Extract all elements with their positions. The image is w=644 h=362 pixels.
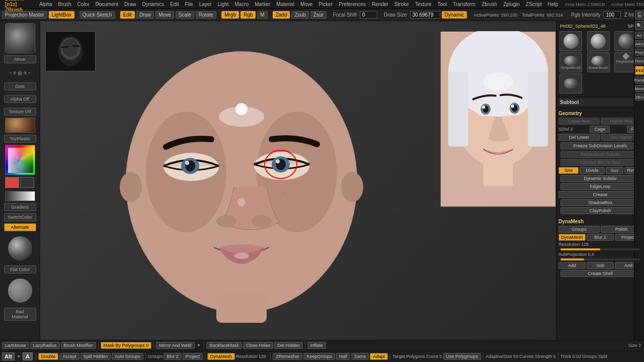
- reconstruct-btn[interactable]: Reconstruct Subdiv: [560, 151, 640, 158]
- move-mode-btn[interactable]: Move: [155, 11, 174, 19]
- dots-btn[interactable]: Dots: [4, 82, 36, 90]
- zbrush3d-btn[interactable]: ZBru: [635, 94, 644, 101]
- subprojection-slider[interactable]: [560, 258, 640, 260]
- zsur-btn[interactable]: Zsur: [310, 11, 327, 19]
- brush-preview[interactable]: [5, 23, 35, 53]
- subtool-title[interactable]: Subtool: [558, 99, 642, 106]
- foreground-color[interactable]: [5, 177, 19, 188]
- menu-picker[interactable]: Picker: [316, 1, 335, 8]
- crease-btn[interactable]: Crease: [558, 191, 642, 198]
- menu-preferences[interactable]: Preferences: [336, 1, 368, 8]
- cage-btn[interactable]: Cage: [590, 126, 610, 133]
- mirror-weld-btn[interactable]: Mirror And Weld: [156, 342, 194, 349]
- menu-help[interactable]: Help: [545, 1, 561, 8]
- half-btn[interactable]: Half: [336, 353, 350, 360]
- double-btn[interactable]: Double: [38, 353, 59, 360]
- same-btn[interactable]: Same: [351, 353, 369, 360]
- create-shell-btn[interactable]: Create Shell: [560, 270, 640, 277]
- xyz-btn[interactable]: XYZ: [635, 66, 644, 75]
- projection-master-btn[interactable]: Projection Master: [2, 11, 47, 19]
- smt-btn[interactable]: Smt: [558, 167, 579, 174]
- bad-material-btn[interactable]: Bad Material: [4, 308, 36, 321]
- switch-color[interactable]: [5, 177, 35, 189]
- rgb-intensity-input[interactable]: [603, 11, 621, 19]
- lower-res-btn[interactable]: Lower Res: [558, 118, 600, 125]
- menu-render[interactable]: Render: [369, 1, 391, 8]
- close-holes-btn[interactable]: Close Holes: [243, 342, 274, 349]
- move-btn-r[interactable]: Move: [635, 85, 644, 92]
- auto-groups-btn[interactable]: Auto Groups: [112, 353, 143, 360]
- m-btn[interactable]: M: [257, 11, 267, 19]
- freeze-subdiv-btn[interactable]: Freeze SubDivision Levels: [560, 142, 640, 149]
- dynamesh-main-btn[interactable]: DynaMesh: [558, 234, 586, 241]
- edgeloop-btn[interactable]: EdgeLoop: [560, 183, 640, 190]
- use-polygroups-btn[interactable]: Use Polygroups: [443, 353, 481, 360]
- menu-file[interactable]: File: [183, 1, 196, 8]
- background-color[interactable]: [20, 177, 34, 188]
- menu-marker[interactable]: Marker: [252, 1, 273, 8]
- menu-zplugin[interactable]: Zplugin: [501, 1, 522, 8]
- menu-edit[interactable]: Edit: [168, 1, 181, 8]
- project2-btn[interactable]: Project: [183, 353, 203, 360]
- gradient-preview[interactable]: [5, 191, 35, 201]
- inflate-btn[interactable]: Inflate: [307, 342, 326, 349]
- blur2-btn[interactable]: Blur 2: [164, 353, 182, 360]
- move-btn[interactable]: Move: [4, 55, 36, 63]
- dynamic-btn[interactable]: Dynamic: [442, 11, 467, 19]
- material-preview[interactable]: [5, 118, 35, 133]
- zadd-btn[interactable]: Zadd: [273, 11, 290, 19]
- flat-color-btn[interactable]: Flat Color: [4, 265, 36, 274]
- shadowbox-btn[interactable]: ShadowBox: [560, 199, 640, 206]
- keepgroups-btn[interactable]: KeepGroups: [303, 353, 335, 360]
- draw-size-input[interactable]: [410, 11, 440, 19]
- alpha-off-btn[interactable]: Alpha Off: [4, 95, 36, 103]
- draw-mode-btn[interactable]: Draw: [136, 11, 154, 19]
- sub-btn[interactable]: Sub: [587, 262, 614, 269]
- gradient-btn[interactable]: Gradient: [4, 203, 36, 211]
- aactual-btn[interactable]: AAct: [635, 40, 644, 47]
- alternate-btn[interactable]: Alternate: [4, 223, 36, 231]
- split-hidden-btn[interactable]: Split Hidden: [80, 353, 111, 360]
- lightbox-btn[interactable]: LightBox: [49, 11, 74, 19]
- backface-mask-btn[interactable]: BackfaceMask: [206, 342, 242, 349]
- lazmouse-btn[interactable]: LazMouse: [2, 342, 29, 349]
- sphere-brush-2[interactable]: [587, 31, 610, 51]
- menu-color[interactable]: Color: [75, 1, 92, 8]
- dynamesh2-btn[interactable]: DynaMesh: [207, 353, 235, 360]
- groups-btn[interactable]: Groups: [558, 226, 600, 233]
- menu-tool[interactable]: Tool: [435, 1, 449, 8]
- rotate-mode-btn[interactable]: Rotate: [196, 11, 216, 19]
- floor-btn[interactable]: Floor: [635, 57, 644, 64]
- mask-polygroups-btn[interactable]: Mask By Polygroups 0: [101, 342, 152, 349]
- claypolish-btn[interactable]: ClayPolish: [560, 207, 640, 214]
- zsub-btn[interactable]: Zsub: [291, 11, 308, 19]
- del-hidden-btn[interactable]: Del Hidden: [274, 342, 303, 349]
- menu-texture[interactable]: Texture: [413, 1, 434, 8]
- divide-btn[interactable]: Divide: [580, 167, 605, 174]
- toyplastic-btn[interactable]: ToyPlastic: [4, 135, 36, 143]
- menu-transform[interactable]: Transform: [450, 1, 478, 8]
- eraser-brush-thumb[interactable]: EraserBrush: [587, 52, 610, 72]
- simple-brush-thumb[interactable]: SimpleBrush: [559, 52, 582, 72]
- menu-alpha[interactable]: Alpha: [37, 1, 55, 8]
- lazyradius-btn[interactable]: LazyRadius: [30, 342, 60, 349]
- add-btn[interactable]: Add: [558, 262, 586, 269]
- menu-document[interactable]: Document: [93, 1, 121, 8]
- suv-btn[interactable]: Suv: [606, 167, 623, 174]
- scale-mode-btn[interactable]: Scale: [176, 11, 194, 19]
- menu-layer[interactable]: Layer: [197, 1, 214, 8]
- menu-dynamics[interactable]: Dynamics: [139, 1, 167, 8]
- adapt-btn[interactable]: Adapt: [370, 353, 388, 360]
- menu-macro[interactable]: Macro: [232, 1, 251, 8]
- resolution-slider[interactable]: [560, 248, 640, 250]
- menu-zscript[interactable]: ZScript: [523, 1, 544, 8]
- menu-zbrush[interactable]: Zbrush: [479, 1, 500, 8]
- switchcolor-btn[interactable]: SwitchColor: [4, 213, 36, 221]
- menu-light[interactable]: Light: [215, 1, 231, 8]
- sphere-brush-1[interactable]: [559, 31, 582, 51]
- frame-btn[interactable]: Frame: [635, 76, 644, 83]
- zoom-btn[interactable]: 🔍: [635, 21, 644, 30]
- focal-shift-input[interactable]: [360, 11, 377, 19]
- pm3d-thumb[interactable]: [559, 73, 582, 94]
- menu-brush[interactable]: Brush: [55, 1, 73, 8]
